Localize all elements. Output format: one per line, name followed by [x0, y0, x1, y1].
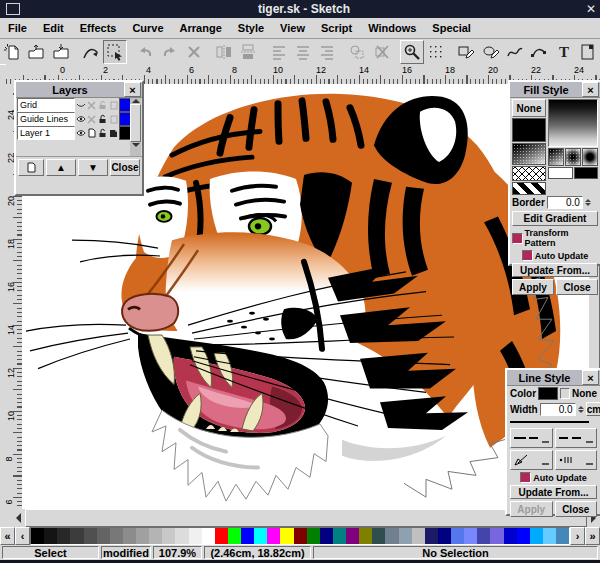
print-icon[interactable] [86, 113, 97, 125]
layer-row-guide-lines[interactable]: Guide Lines [17, 112, 141, 126]
edit-mode-icon[interactable] [79, 40, 103, 64]
layers-scroll-up-icon[interactable] [132, 99, 140, 103]
unlock-icon[interactable] [97, 127, 108, 139]
open-document-icon[interactable] [24, 40, 48, 64]
layers-scroll-down-icon[interactable] [132, 143, 140, 147]
dash-style-select-2[interactable] [555, 428, 598, 448]
eye-closed-icon[interactable] [75, 99, 86, 111]
menu-file[interactable]: File [0, 20, 35, 36]
palette-swatch[interactable] [70, 528, 83, 544]
fill-tile-swatch[interactable] [512, 182, 546, 195]
layer-name[interactable]: Guide Lines [17, 112, 75, 126]
fill-apply-button[interactable]: Apply [512, 279, 554, 295]
palette-swatch[interactable] [438, 528, 451, 544]
eye-icon[interactable] [75, 113, 86, 125]
fill-update-from-button[interactable]: Update From... [512, 263, 598, 277]
palette-swatch[interactable] [267, 528, 280, 544]
fill-close-button[interactable]: Close [556, 279, 598, 295]
line-style-close-icon[interactable]: × [582, 370, 599, 385]
selection-mode-icon[interactable] [103, 40, 127, 64]
zoom-tool-icon[interactable] [400, 40, 424, 64]
palette-swatch[interactable] [31, 528, 44, 544]
transform-pattern-checkbox[interactable] [512, 233, 523, 244]
menu-arrange[interactable]: Arrange [172, 20, 230, 36]
palette-swatch[interactable] [254, 528, 267, 544]
unlock-icon[interactable] [97, 113, 108, 125]
gradient-radial-thumb[interactable] [565, 148, 581, 166]
layers-close-icon[interactable]: × [124, 82, 141, 97]
palette-swatch[interactable] [149, 528, 162, 544]
menu-windows[interactable]: Windows [360, 20, 424, 36]
eye-icon[interactable] [75, 127, 86, 139]
image-tool-icon[interactable] [576, 40, 600, 64]
palette-swatch[interactable] [44, 528, 57, 544]
palette-swatch[interactable] [84, 528, 97, 544]
fill-pattern-swatch[interactable] [512, 143, 546, 165]
outline-icon[interactable] [108, 99, 119, 111]
layer-row-layer-1[interactable]: Layer 1 [17, 126, 141, 140]
line-apply-button[interactable]: Apply [510, 501, 553, 517]
palette-swatch[interactable] [97, 528, 110, 544]
line-color-swatch[interactable] [538, 387, 558, 400]
save-document-icon[interactable] [49, 40, 73, 64]
palette-swatch[interactable] [412, 528, 425, 544]
menu-view[interactable]: View [272, 20, 313, 36]
palette-swatch[interactable] [372, 528, 385, 544]
palette-swatch[interactable] [556, 528, 569, 544]
arrow-start-select[interactable] [510, 450, 553, 470]
line-auto-update-checkbox[interactable] [520, 472, 531, 483]
scroll-left-icon[interactable] [12, 509, 25, 527]
palette-swatch[interactable] [307, 528, 320, 544]
palette-swatch[interactable] [202, 528, 215, 544]
palette-swatch[interactable] [425, 528, 438, 544]
redo-icon[interactable] [158, 40, 182, 64]
layers-close-button[interactable]: Close [110, 159, 140, 176]
palette-swatch[interactable] [399, 528, 412, 544]
palette-swatch[interactable] [490, 528, 503, 544]
gradient-conical-thumb[interactable] [582, 148, 598, 166]
freehand-tool-icon[interactable] [503, 40, 527, 64]
palette-swatch[interactable] [385, 528, 398, 544]
text-tool-icon[interactable]: T [551, 40, 575, 64]
layer-name[interactable]: Grid [17, 98, 75, 112]
rectangle-tool-icon[interactable] [454, 40, 478, 64]
line-width-field[interactable] [540, 403, 576, 416]
align-right-icon[interactable] [315, 40, 339, 64]
palette-swatch[interactable] [228, 528, 241, 544]
layers-panel-titlebar[interactable]: Layers × [16, 82, 142, 98]
layer-down-button[interactable]: ▼ [78, 159, 108, 176]
align-left-icon[interactable] [266, 40, 290, 64]
new-document-icon[interactable] [0, 40, 24, 64]
palette-swatch[interactable] [123, 528, 136, 544]
layer-name[interactable]: Layer 1 [17, 126, 75, 140]
edit-gradient-button[interactable]: Edit Gradient [512, 211, 598, 226]
palette-swatch[interactable] [464, 528, 477, 544]
fill-white-swatch[interactable] [548, 167, 573, 179]
line-unit-button[interactable]: cm [586, 402, 600, 416]
window-close-icon[interactable]: ✕ [582, 2, 600, 16]
align-center-icon[interactable] [291, 40, 315, 64]
palette-scroll-left-button[interactable]: ‹ [15, 527, 30, 545]
snap-to-objects-icon[interactable] [345, 40, 369, 64]
arrow-end-select[interactable] [555, 450, 598, 470]
menu-script[interactable]: Script [313, 20, 360, 36]
palette-swatch[interactable] [451, 528, 464, 544]
palette-scroll-far-left-button[interactable]: « [0, 527, 15, 545]
border-width-field[interactable] [547, 196, 583, 209]
line-style-titlebar[interactable]: Line Style × [507, 370, 600, 386]
palette-swatch[interactable] [241, 528, 254, 544]
fill-style-close-icon[interactable]: × [582, 82, 599, 97]
outline-toggle-icon[interactable] [108, 127, 119, 139]
dash-style-select[interactable] [510, 428, 553, 448]
palette-swatch[interactable] [162, 528, 175, 544]
grid-toggle-icon[interactable] [424, 40, 448, 64]
palette-swatch[interactable] [189, 528, 202, 544]
fill-auto-update-checkbox[interactable] [522, 250, 533, 261]
palette-swatch[interactable] [517, 528, 530, 544]
border-spinner[interactable] [585, 199, 591, 206]
ellipse-tool-icon[interactable] [478, 40, 502, 64]
palette-scroll-right-button[interactable]: › [570, 527, 585, 545]
page-icon[interactable] [86, 127, 97, 139]
line-none-checkbox[interactable] [560, 388, 570, 399]
layers-scrollbar[interactable] [130, 98, 141, 156]
